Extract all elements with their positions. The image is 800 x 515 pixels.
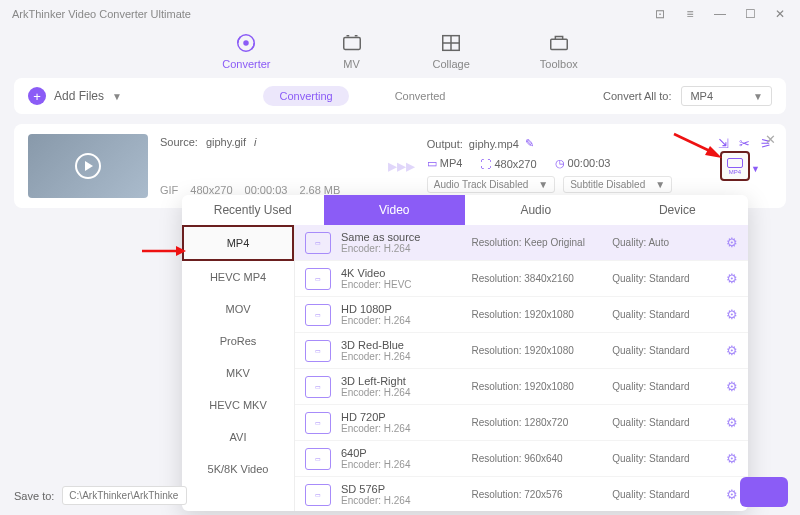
format-list-item[interactable]: HEVC MKV xyxy=(182,389,294,421)
preset-row[interactable]: ▭640PEncoder: H.264Resolution: 960x640Qu… xyxy=(295,441,748,477)
menu-icon[interactable]: ≡ xyxy=(682,7,698,21)
svg-rect-2 xyxy=(343,38,360,50)
preset-row[interactable]: ▭SD 576PEncoder: H.264Resolution: 720x57… xyxy=(295,477,748,511)
source-column: Source: giphy.gif i GIF 480x270 00:00:03… xyxy=(160,134,376,198)
save-to-label: Save to: xyxy=(14,490,54,502)
output-duration: 00:00:03 xyxy=(568,157,611,169)
source-filename: giphy.gif xyxy=(206,136,246,148)
tab-recently-used[interactable]: Recently Used xyxy=(182,195,324,225)
gear-icon[interactable]: ⚙ xyxy=(726,379,738,394)
tab-video[interactable]: Video xyxy=(324,195,466,225)
tab-label: Converter xyxy=(222,58,270,70)
format-category-tabs: Recently Used Video Audio Device xyxy=(182,195,748,225)
convert-all-button[interactable] xyxy=(740,477,788,507)
save-to: Save to: C:\ArkThinker\ArkThinke xyxy=(14,486,187,505)
tab-label: Toolbox xyxy=(540,58,578,70)
format-list-item[interactable]: MOV xyxy=(182,293,294,325)
tab-label: Collage xyxy=(433,58,470,70)
output-format: MP4 xyxy=(440,157,463,169)
arrow-icon: ▸▸▸ xyxy=(388,155,415,177)
mv-icon xyxy=(341,32,363,54)
preset-row[interactable]: ▭Same as sourceEncoder: H.264Resolution:… xyxy=(295,225,748,261)
edit-icon[interactable]: ✎ xyxy=(525,137,534,150)
audio-track-select[interactable]: Audio Track Disabled▼ xyxy=(427,176,555,193)
preset-icon: ▭ xyxy=(305,484,331,506)
window-controls: ⊡ ≡ — ☐ ✕ xyxy=(652,7,788,21)
output-dimensions: 480x270 xyxy=(494,158,536,170)
preset-row[interactable]: ▭HD 720PEncoder: H.264Resolution: 1280x7… xyxy=(295,405,748,441)
gear-icon[interactable]: ⚙ xyxy=(726,451,738,466)
preset-row[interactable]: ▭3D Left-RightEncoder: H.264Resolution: … xyxy=(295,369,748,405)
converter-icon xyxy=(235,32,257,54)
format-list-item[interactable]: AVI xyxy=(182,421,294,453)
app-title: ArkThinker Video Converter Ultimate xyxy=(12,8,191,20)
annotation-arrow xyxy=(142,244,186,258)
tab-toolbox[interactable]: Toolbox xyxy=(540,32,578,70)
format-list-item[interactable]: ProRes xyxy=(182,325,294,357)
preset-icon: ▭ xyxy=(305,448,331,470)
svg-point-1 xyxy=(244,40,250,46)
convert-all-select[interactable]: MP4 ▼ xyxy=(681,86,772,106)
format-list-item[interactable]: 5K/8K Video xyxy=(182,453,294,485)
preset-list[interactable]: ▭Same as sourceEncoder: H.264Resolution:… xyxy=(294,225,748,511)
video-thumbnail[interactable] xyxy=(28,134,148,198)
remove-file-icon[interactable]: ✕ xyxy=(765,132,776,147)
preset-icon: ▭ xyxy=(305,412,331,434)
play-icon xyxy=(75,153,101,179)
save-to-path[interactable]: C:\ArkThinker\ArkThinke xyxy=(62,486,187,505)
gear-icon[interactable]: ⚙ xyxy=(726,343,738,358)
chevron-down-icon: ▼ xyxy=(751,164,760,174)
preset-row[interactable]: ▭3D Red-BlueEncoder: H.264Resolution: 19… xyxy=(295,333,748,369)
minimize-icon[interactable]: — xyxy=(712,7,728,21)
titlebar: ArkThinker Video Converter Ultimate ⊡ ≡ … xyxy=(0,0,800,28)
close-icon[interactable]: ✕ xyxy=(772,7,788,21)
preset-row[interactable]: ▭4K VideoEncoder: HEVCResolution: 3840x2… xyxy=(295,261,748,297)
tab-converting[interactable]: Converting xyxy=(263,86,348,106)
tab-label: MV xyxy=(343,58,360,70)
toolbox-icon xyxy=(548,32,570,54)
source-label: Source: xyxy=(160,136,198,148)
output-filename: giphy.mp4 xyxy=(469,138,519,150)
gear-icon[interactable]: ⚙ xyxy=(726,487,738,502)
resolution-icon: ⛶ xyxy=(480,158,491,170)
preset-icon: ▭ xyxy=(305,376,331,398)
maximize-icon[interactable]: ☐ xyxy=(742,7,758,21)
format-list-item[interactable]: MP4 xyxy=(182,225,294,261)
add-files-button[interactable]: + Add Files ▼ xyxy=(28,87,122,105)
format-list-item[interactable]: HEVC MP4 xyxy=(182,261,294,293)
gear-icon[interactable]: ⚙ xyxy=(726,307,738,322)
format-icon: ▭ xyxy=(427,157,437,169)
plus-icon: + xyxy=(28,87,46,105)
compress-icon[interactable]: ⇲ xyxy=(718,136,729,151)
tab-collage[interactable]: Collage xyxy=(433,32,470,70)
collage-icon xyxy=(440,32,462,54)
add-files-label: Add Files xyxy=(54,89,104,103)
tab-converted[interactable]: Converted xyxy=(379,86,462,106)
svg-rect-4 xyxy=(551,39,568,49)
preset-icon: ▭ xyxy=(305,268,331,290)
subtitle-select[interactable]: Subtitle Disabled▼ xyxy=(563,176,672,193)
format-list-item[interactable]: MKV xyxy=(182,357,294,389)
chevron-down-icon: ▼ xyxy=(112,91,122,102)
format-list[interactable]: MP4HEVC MP4MOVProResMKVHEVC MKVAVI5K/8K … xyxy=(182,225,294,511)
tab-audio[interactable]: Audio xyxy=(465,195,607,225)
tab-device[interactable]: Device xyxy=(607,195,749,225)
toolbar: + Add Files ▼ Converting Converted Conve… xyxy=(14,78,786,114)
convert-all-label: Convert All to: xyxy=(603,90,671,102)
gear-icon[interactable]: ⚙ xyxy=(726,235,738,250)
clock-icon: ◷ xyxy=(555,157,565,169)
tab-mv[interactable]: MV xyxy=(341,32,363,70)
top-nav: Converter MV Collage Toolbox xyxy=(0,28,800,78)
gear-icon[interactable]: ⚙ xyxy=(726,415,738,430)
info-icon[interactable]: i xyxy=(254,136,256,148)
convert-all-value: MP4 xyxy=(690,90,713,102)
gear-icon[interactable]: ⚙ xyxy=(726,271,738,286)
status-tabs: Converting Converted xyxy=(263,86,461,106)
format-dropdown-button[interactable]: MP4 xyxy=(720,151,750,181)
preset-icon: ▭ xyxy=(305,304,331,326)
edit-video-icon[interactable]: ✂ xyxy=(739,136,750,151)
format-dropdown-panel: Recently Used Video Audio Device MP4HEVC… xyxy=(182,195,748,511)
feedback-icon[interactable]: ⊡ xyxy=(652,7,668,21)
tab-converter[interactable]: Converter xyxy=(222,32,270,70)
preset-row[interactable]: ▭HD 1080PEncoder: H.264Resolution: 1920x… xyxy=(295,297,748,333)
